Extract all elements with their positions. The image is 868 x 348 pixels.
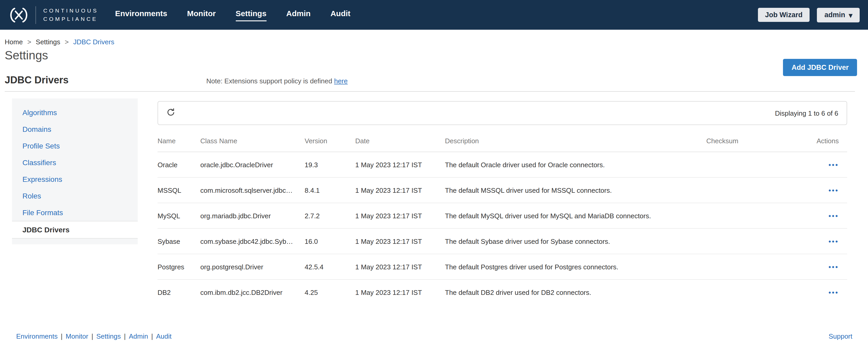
- footer-separator: |: [91, 333, 93, 340]
- brand-wordmark: CONTINUOUS COMPLIANCE: [43, 7, 98, 23]
- cell-actions: •••: [810, 212, 847, 219]
- footer-link[interactable]: Admin: [129, 333, 148, 340]
- cell-date: 1 May 2023 12:17 IST: [355, 186, 445, 194]
- sidebar-item[interactable]: File Formats: [12, 204, 138, 221]
- cell-version: 8.4.1: [305, 186, 355, 194]
- user-menu-button[interactable]: admin ▾: [817, 7, 860, 22]
- cell-version: 19.3: [305, 161, 355, 169]
- table-header-row: Name Class Name Version Date Description…: [158, 134, 847, 152]
- nav-item[interactable]: Monitor: [187, 9, 216, 21]
- cell-name: Sybase: [158, 237, 200, 245]
- table-row: Oracle oracle.jdbc.OracleDriver 19.3 1 M…: [158, 152, 847, 178]
- cell-actions: •••: [810, 186, 847, 194]
- footer-links: Environments | Monitor | Settings | Admi…: [16, 333, 172, 340]
- brand-line-1: CONTINUOUS: [43, 7, 98, 15]
- footer-link[interactable]: Environments: [16, 333, 58, 340]
- column-header-version: Version: [305, 137, 355, 145]
- column-header-actions: Actions: [810, 137, 847, 145]
- note-text: Note: Extensions support policy is defin…: [206, 77, 334, 85]
- section-header: JDBC Drivers Note: Extensions support po…: [5, 74, 868, 86]
- brand-divider: [35, 6, 36, 24]
- cell-date: 1 May 2023 12:17 IST: [355, 161, 445, 169]
- cell-class-name: com.microsoft.sqlserver.jdbc…: [200, 186, 305, 194]
- breadcrumb-settings[interactable]: Settings: [36, 38, 60, 46]
- settings-sidebar: Algorithms Domains Profile Sets Classifi…: [12, 99, 138, 244]
- refresh-button[interactable]: [166, 108, 175, 118]
- cell-date: 1 May 2023 12:17 IST: [355, 263, 445, 271]
- cell-class-name: oracle.jdbc.OracleDriver: [200, 161, 305, 169]
- brand-line-2: COMPLIANCE: [43, 15, 98, 23]
- cell-date: 1 May 2023 12:17 IST: [355, 237, 445, 245]
- sidebar-item[interactable]: Expressions: [12, 171, 138, 187]
- cell-description: The default Postgres driver used for Pos…: [445, 263, 706, 271]
- column-header-checksum: Checksum: [706, 137, 810, 145]
- note-here-link[interactable]: here: [334, 77, 348, 85]
- nav-item[interactable]: Audit: [331, 9, 350, 21]
- top-navbar: CONTINUOUS COMPLIANCE Environments Monit…: [0, 0, 868, 30]
- cell-actions: •••: [810, 289, 847, 297]
- app-window: CONTINUOUS COMPLIANCE Environments Monit…: [0, 0, 868, 348]
- cell-name: MSSQL: [158, 186, 200, 194]
- support-link[interactable]: Support: [829, 333, 852, 340]
- table-row: Sybase com.sybase.jdbc42.jdbc.Syb… 16.0 …: [158, 229, 847, 254]
- row-actions-menu-icon[interactable]: •••: [829, 237, 839, 245]
- footer-link[interactable]: Monitor: [66, 333, 88, 340]
- sidebar-item[interactable]: Roles: [12, 187, 138, 204]
- cell-version: 2.7.2: [305, 212, 355, 219]
- row-actions-menu-icon[interactable]: •••: [829, 212, 839, 219]
- sidebar-item[interactable]: Profile Sets: [12, 138, 138, 154]
- nav-item[interactable]: Environments: [115, 9, 167, 21]
- cell-description: The default Sybase driver used for Sybas…: [445, 237, 706, 245]
- brand-logo-icon: [8, 6, 29, 23]
- cell-description: The default MySQL driver used for MySQL …: [445, 212, 706, 219]
- drivers-table: Name Class Name Version Date Description…: [158, 134, 847, 305]
- cell-description: The default MSSQL driver used for MSSQL …: [445, 186, 706, 194]
- cell-version: 4.25: [305, 289, 355, 297]
- jdbc-drivers-panel: Displaying 1 to 6 of 6 Name Class Name V…: [158, 99, 847, 305]
- sidebar-item[interactable]: Domains: [12, 121, 138, 138]
- row-actions-menu-icon[interactable]: •••: [829, 186, 839, 194]
- cell-class-name: org.mariadb.jdbc.Driver: [200, 212, 305, 219]
- cell-name: Postgres: [158, 263, 200, 271]
- cell-description: The default DB2 driver used for DB2 conn…: [445, 289, 706, 297]
- user-menu-label: admin: [825, 11, 845, 19]
- extensions-note: Note: Extensions support policy is defin…: [206, 77, 348, 85]
- row-actions-menu-icon[interactable]: •••: [829, 161, 839, 169]
- section-title: JDBC Drivers: [5, 74, 69, 86]
- breadcrumb-separator: >: [65, 38, 69, 46]
- cell-description: The default Oracle driver used for Oracl…: [445, 161, 706, 169]
- nav-item[interactable]: Settings: [236, 9, 266, 21]
- table-row: DB2 com.ibm.db2.jcc.DB2Driver 4.25 1 May…: [158, 280, 847, 305]
- breadcrumb-jdbc-drivers[interactable]: JDBC Drivers: [73, 38, 114, 46]
- sidebar-item[interactable]: Algorithms: [12, 104, 138, 121]
- cell-date: 1 May 2023 12:17 IST: [355, 212, 445, 219]
- primary-nav: Environments Monitor Settings Admin Audi…: [115, 9, 350, 21]
- column-header-description: Description: [445, 137, 706, 145]
- cell-actions: •••: [810, 161, 847, 169]
- breadcrumb: Home > Settings > JDBC Drivers: [5, 38, 868, 46]
- footer-link[interactable]: Audit: [156, 333, 172, 340]
- cell-date: 1 May 2023 12:17 IST: [355, 289, 445, 297]
- table-row: Postgres org.postgresql.Driver 42.5.4 1 …: [158, 254, 847, 280]
- cell-version: 42.5.4: [305, 263, 355, 271]
- page-title: Settings: [5, 48, 868, 63]
- footer-link[interactable]: Settings: [96, 333, 121, 340]
- nav-item[interactable]: Admin: [286, 9, 311, 21]
- section-divider: [5, 91, 855, 92]
- breadcrumb-home[interactable]: Home: [5, 38, 23, 46]
- footer: Environments | Monitor | Settings | Admi…: [0, 333, 868, 348]
- footer-separator: |: [124, 333, 126, 340]
- sidebar-item[interactable]: Classifiers: [12, 154, 138, 171]
- breadcrumb-separator: >: [27, 38, 31, 46]
- cell-actions: •••: [810, 237, 847, 245]
- cell-class-name: org.postgresql.Driver: [200, 263, 305, 271]
- row-actions-menu-icon[interactable]: •••: [829, 289, 839, 297]
- refresh-icon: [166, 108, 175, 118]
- content-area: Algorithms Domains Profile Sets Classifi…: [0, 99, 868, 333]
- add-jdbc-driver-button[interactable]: Add JDBC Driver: [783, 59, 857, 76]
- sidebar-item[interactable]: JDBC Drivers: [12, 221, 138, 239]
- row-actions-menu-icon[interactable]: •••: [829, 263, 839, 271]
- cell-actions: •••: [810, 263, 847, 271]
- footer-separator: |: [61, 333, 63, 340]
- job-wizard-button[interactable]: Job Wizard: [758, 8, 810, 22]
